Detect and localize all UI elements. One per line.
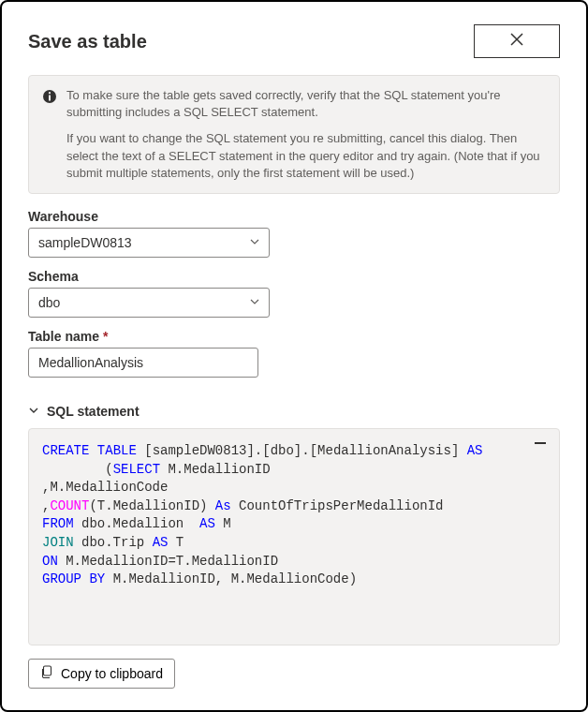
table-name-input[interactable] bbox=[28, 348, 258, 378]
required-indicator: * bbox=[103, 329, 108, 344]
sql-statement-section: SQL statement CREATE TABLE [sampleDW0813… bbox=[28, 404, 560, 689]
info-paragraph-2: If you want to change the SQL statement … bbox=[66, 130, 546, 182]
sql-statement-toggle[interactable]: SQL statement bbox=[28, 404, 560, 419]
sql-statement-box[interactable]: CREATE TABLE [sampleDW0813].[dbo].[Medal… bbox=[28, 428, 560, 645]
sql-statement-label: SQL statement bbox=[47, 404, 140, 419]
schema-select[interactable]: dbo bbox=[28, 288, 270, 318]
schema-field: Schema dbo bbox=[28, 269, 560, 318]
close-button[interactable] bbox=[474, 24, 560, 58]
table-name-label: Table name * bbox=[28, 329, 560, 344]
table-name-field: Table name * bbox=[28, 329, 560, 378]
cursor-indicator bbox=[535, 442, 546, 444]
schema-label: Schema bbox=[28, 269, 560, 284]
info-icon bbox=[42, 89, 57, 104]
warehouse-label: Warehouse bbox=[28, 209, 560, 224]
info-text: To make sure the table gets saved correc… bbox=[66, 87, 546, 182]
chevron-down-icon bbox=[28, 404, 39, 419]
warehouse-select[interactable]: sampleDW0813 bbox=[28, 228, 270, 258]
save-as-table-dialog: Save as table To make sure the table get… bbox=[2, 2, 586, 710]
warehouse-field: Warehouse sampleDW0813 bbox=[28, 209, 560, 258]
copy-icon bbox=[40, 665, 53, 681]
dialog-title: Save as table bbox=[28, 31, 147, 52]
close-icon bbox=[509, 32, 524, 52]
info-banner: To make sure the table gets saved correc… bbox=[28, 75, 560, 194]
dialog-header: Save as table bbox=[28, 24, 560, 58]
svg-rect-1 bbox=[49, 96, 51, 101]
info-paragraph-1: To make sure the table gets saved correc… bbox=[66, 87, 546, 121]
svg-point-2 bbox=[49, 92, 51, 94]
copy-to-clipboard-button[interactable]: Copy to clipboard bbox=[28, 659, 175, 689]
copy-label: Copy to clipboard bbox=[61, 666, 163, 681]
svg-rect-3 bbox=[44, 666, 51, 675]
